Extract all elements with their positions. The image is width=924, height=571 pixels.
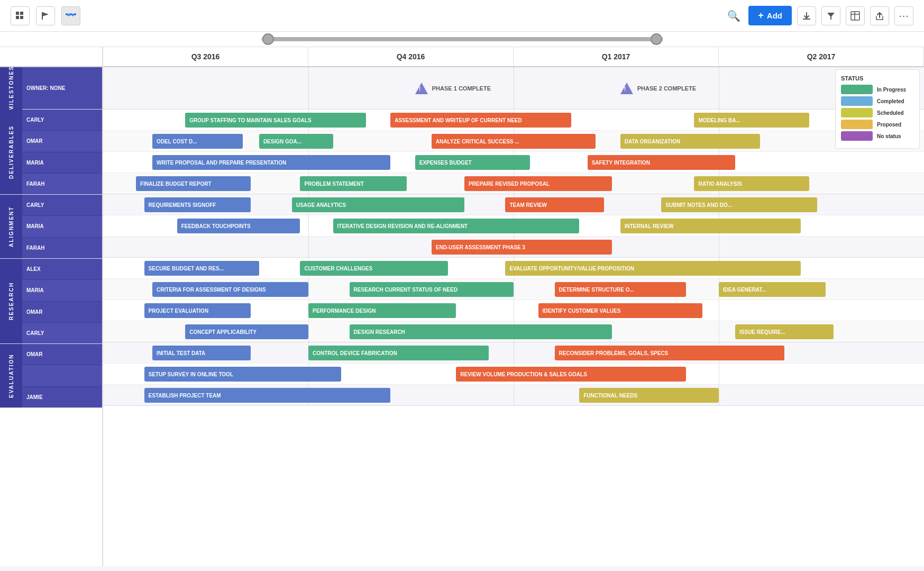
task-data-organization[interactable]: DATA ORGANIZATION — [620, 134, 760, 149]
timeline-slider[interactable] — [261, 37, 663, 41]
svg-rect-1 — [20, 12, 23, 15]
add-label: Add — [767, 11, 782, 20]
alignment-owner-maria: MARIA — [22, 215, 102, 237]
svg-marker-4 — [42, 12, 49, 16]
task-criteria-assessment[interactable]: CRITERIA FOR ASSESSMENT OF DESIGNS — [152, 282, 308, 297]
svg-rect-0 — [16, 12, 19, 15]
milestones-owner-label: OWNER: NONE — [22, 67, 102, 109]
task-expenses-budget[interactable]: EXPENSES BUDGET — [415, 155, 530, 170]
slider-right-thumb[interactable] — [651, 33, 662, 45]
task-customer-challenges[interactable]: CUSTOMER CHALLENGES — [300, 261, 447, 276]
search-btn[interactable]: 🔍 — [724, 6, 743, 25]
task-performance-design[interactable]: PERFORMANCE DESIGN — [308, 303, 456, 318]
task-modeling[interactable]: MODELING BA... — [694, 113, 809, 128]
deliverables-farah-row: FINALIZE BUDGET REPORT PROBLEM STATEMENT… — [103, 173, 924, 194]
status-scheduled: Scheduled — [841, 108, 914, 117]
task-identify-customer[interactable]: IDENTIFY CUSTOMER VALUES — [538, 303, 702, 318]
research-maria-row: CRITERIA FOR ASSESSMENT OF DESIGNS RESEA… — [103, 279, 924, 300]
svg-rect-2 — [16, 16, 19, 19]
grid-icon-btn[interactable] — [11, 6, 30, 25]
task-setup-survey[interactable]: SETUP SURVEY IN ONLINE TOOL — [144, 367, 341, 382]
flow-icon-btn[interactable] — [61, 6, 80, 25]
task-group-staffing[interactable]: GROUP STAFFING TO MAINTAIN SALES GOALS — [185, 113, 365, 128]
toolbar: 🔍 + Add — [0, 0, 924, 32]
task-project-evaluation[interactable]: PROJECT EVALUATION — [144, 303, 251, 318]
toolbar-right: 🔍 + Add — [724, 6, 913, 25]
milestones-section-label: MILESTONES OWNER: NONE — [0, 67, 102, 110]
task-secure-budget[interactable]: SECURE BUDGET AND RES... — [144, 261, 259, 276]
alignment-section: ALIGNMENT CARLY MARIA FARAH — [0, 195, 102, 259]
status-legend-title: STATUS — [841, 75, 914, 81]
download-btn[interactable] — [797, 6, 816, 25]
alignment-farah-row: END-USER ASSESSMENT PHASE 3 — [103, 237, 924, 258]
research-alex-row: SECURE BUDGET AND RES... CUSTOMER CHALLE… — [103, 258, 924, 279]
research-owner-carly: CARLY — [22, 322, 102, 343]
deliverables-section: DELIVERABLES CARLY OMAR MARIA FARAH — [0, 110, 102, 195]
task-problem-statement[interactable]: PROBLEM STATEMENT — [300, 176, 407, 191]
more-btn[interactable]: ··· — [894, 6, 913, 25]
milestones-timeline-row: PHASE 1 COMPLETE PHASE 2 COMPLETE — [103, 67, 924, 110]
task-write-proposal[interactable]: WRITE PROPOSAL AND PREPARE PRESENTATION — [152, 155, 390, 170]
slider-left-thumb[interactable] — [262, 33, 274, 45]
add-button[interactable]: + Add — [748, 6, 792, 25]
task-iterative-design[interactable]: ITERATIVE DESIGN REVISION AND RE-ALIGNME… — [333, 219, 580, 233]
research-owner-maria: MARIA — [22, 279, 102, 301]
task-reconsider-problems[interactable]: RECONSIDER PROBLEMS, GOALS, SPECS — [555, 346, 785, 360]
download-icon — [802, 11, 811, 21]
task-idea-generat[interactable]: IDEA GENERAT... — [719, 282, 826, 297]
task-end-user-assessment[interactable]: END-USER ASSESSMENT PHASE 3 — [432, 240, 612, 255]
task-research-current[interactable]: RESEARCH CURRENT STATUS OF NEED — [350, 282, 514, 297]
svg-rect-3 — [20, 16, 23, 19]
task-internal-review[interactable]: INTERNAL REVIEW — [620, 219, 801, 233]
task-prepare-revised[interactable]: PREPARE REVISED PROPOSAL — [464, 176, 612, 191]
slider-area — [0, 32, 924, 47]
task-determine-structure[interactable]: DETERMINE STRUCTURE O... — [555, 282, 686, 297]
task-review-volume[interactable]: REVIEW VOLUME PRODUCTION & SALES GOALS — [456, 367, 686, 382]
task-design-research[interactable]: DESIGN RESEARCH — [350, 324, 612, 339]
task-design-goa[interactable]: DESIGN GOA... — [259, 134, 333, 149]
deliverables-owner-omar: OMAR — [22, 130, 102, 151]
task-initial-test[interactable]: INITIAL TEST DATA — [152, 346, 251, 360]
share-icon — [875, 11, 884, 21]
task-usage-analytics[interactable]: USAGE ANALYTICS — [292, 197, 464, 212]
milestone-phase1: PHASE 1 COMPLETE — [415, 83, 491, 94]
evaluation-owner-jamie: JAMIE — [22, 386, 102, 407]
task-requirements-signoff[interactable]: REQUIREMENTS SIGNOFF — [144, 197, 251, 212]
task-safety-integration[interactable]: SAFETY INTEGRATION — [588, 155, 735, 170]
task-ratio-analysis[interactable]: RATIO ANALYSIS — [694, 176, 809, 191]
svg-rect-5 — [42, 12, 43, 20]
task-functional-needs[interactable]: FUNCTIONAL NEEDS — [579, 388, 719, 403]
filter-btn[interactable] — [821, 6, 840, 25]
task-issue-require[interactable]: ISSUE REQUIRE... — [735, 324, 834, 339]
status-in-progress: In Progress — [841, 85, 914, 94]
alignment-owner-farah: FARAH — [22, 237, 102, 258]
table-btn[interactable] — [846, 6, 865, 25]
evaluation-section: EVALUATION OMAR JAMIE — [0, 344, 102, 408]
task-concept-applicability[interactable]: CONCEPT APPLICABILITY — [185, 324, 308, 339]
deliverables-owner-maria: MARIA — [22, 152, 102, 173]
task-evaluate-opportunity[interactable]: EVALUATE OPPORTUNITY/VALUE PROPOSITION — [505, 261, 801, 276]
task-feedback-touchpoints[interactable]: FEEDBACK TOUCHPOINTS — [177, 219, 300, 233]
flag-icon — [41, 11, 50, 21]
research-owner-omar: OMAR — [22, 301, 102, 322]
more-icon: ··· — [899, 10, 909, 22]
flag-icon-btn[interactable] — [36, 6, 55, 25]
task-control-device[interactable]: CONTROL DEVICE FABRICATION — [308, 346, 489, 360]
task-establish-project[interactable]: ESTABLISH PROJECT TEAM — [144, 388, 391, 403]
task-analyze-critical[interactable]: ANALYZE CRITICAL SUCCESS ... — [432, 134, 596, 149]
deliverables-maria-row: WRITE PROPOSAL AND PREPARE PRESENTATION … — [103, 152, 924, 173]
quarter-q4-2016: Q4 2016 — [308, 47, 514, 66]
toolbar-left — [11, 6, 80, 25]
task-assessment-writeup[interactable]: ASSESSMENT AND WRITEUP OF CURRENT NEED — [390, 113, 571, 128]
task-team-review[interactable]: TEAM REVIEW — [505, 197, 603, 212]
task-odel-cost[interactable]: ODEL COST D... — [152, 134, 243, 149]
share-btn[interactable] — [870, 6, 889, 25]
deliverables-carly-row: GROUP STAFFING TO MAINTAIN SALES GOALS A… — [103, 110, 924, 131]
evaluation-owner-omar: OMAR — [22, 344, 102, 365]
task-finalize-budget[interactable]: FINALIZE BUDGET REPORT — [136, 176, 251, 191]
quarter-q3-2016: Q3 2016 — [103, 47, 308, 66]
add-icon: + — [758, 10, 764, 21]
deliverables-owner-carly: CARLY — [22, 110, 102, 130]
task-submit-notes[interactable]: SUBMIT NOTES AND DO... — [661, 197, 817, 212]
evaluation-jamie-row: ESTABLISH PROJECT TEAM FUNCTIONAL NEEDS — [103, 385, 924, 406]
